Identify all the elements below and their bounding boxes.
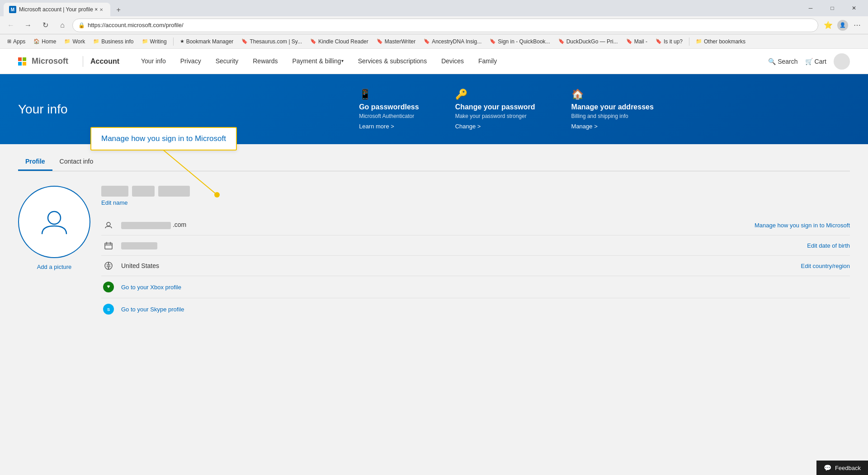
nav-privacy[interactable]: Privacy — [173, 49, 208, 74]
browser-tabs: M Microsoft account | Your profile × ✕ + — [4, 0, 125, 16]
bookmark-separator-2 — [689, 38, 689, 46]
bookmark-ancestry[interactable]: 🔖 AncestryDNA Insig... — [420, 38, 485, 46]
bookmark-manager[interactable]: ★ Bookmark Manager — [176, 38, 237, 46]
skype-icon: S — [101, 304, 116, 315]
extensions-button[interactable]: ⭐ — [821, 18, 835, 33]
passwordless-action: 📱 Go passwordless Microsoft Authenticato… — [359, 89, 419, 130]
bookmark-masterwriter-label: MasterWriter — [385, 38, 415, 45]
toolbar-icons: ⭐ 👤 ⋯ — [821, 18, 864, 33]
tab-profile[interactable]: Profile — [18, 153, 52, 171]
bookmark-home[interactable]: 🏠 Home — [30, 38, 60, 46]
bookmark-mail[interactable]: 🔖 Mail - — [623, 38, 651, 46]
skype-logo: S — [103, 304, 114, 315]
active-tab[interactable]: M Microsoft account | Your profile × ✕ — [4, 3, 110, 16]
account-label: Account — [90, 57, 119, 66]
bookmark-writing[interactable]: 📁 Writing — [138, 38, 170, 46]
manage-addresses-link[interactable]: Manage > — [571, 123, 598, 130]
nav-devices[interactable]: Devices — [434, 49, 471, 74]
close-button[interactable]: ✕ — [844, 1, 864, 15]
bookmark-home-label: Home — [42, 38, 56, 45]
bookmark-duckduckgo[interactable]: 🔖 DuckDuckGo — Pri... — [555, 38, 622, 46]
maximize-button[interactable]: □ — [822, 1, 843, 15]
folder-business-icon: 📁 — [93, 38, 99, 44]
new-tab-button[interactable]: + — [112, 4, 125, 16]
profile-button[interactable]: 👤 — [837, 20, 848, 31]
ms-logo[interactable]: Microsoft — [18, 56, 68, 66]
apps-icon: ⊞ — [7, 38, 11, 44]
edit-name-link[interactable]: Edit name — [101, 199, 850, 206]
country-icon — [101, 261, 116, 270]
ms-nav: Your info Privacy Security Rewards Payme… — [134, 49, 768, 74]
bookmark-apps-label: Apps — [13, 38, 25, 45]
bookmark-mail-icon: 🔖 — [626, 38, 632, 44]
email-icon — [101, 221, 116, 230]
nav-security[interactable]: Security — [208, 49, 246, 74]
cart-button[interactable]: 🛒 Cart — [805, 58, 826, 65]
home-bookmark-icon: 🏠 — [33, 38, 40, 44]
search-icon: 🔍 — [768, 58, 776, 65]
svg-point-3 — [105, 262, 112, 269]
bookmark-kindle[interactable]: 🔖 Kindle Cloud Reader — [307, 38, 372, 46]
email-blur — [121, 222, 171, 229]
nav-services[interactable]: Services & subscriptions — [351, 49, 434, 74]
email-row: .com Manage how you sign in to Microsoft — [101, 215, 850, 235]
add-picture-link[interactable]: Add a picture — [37, 263, 72, 270]
bookmark-masterwriter-icon: 🔖 — [377, 38, 383, 44]
bookmark-quickbooks[interactable]: 🔖 Sign in - QuickBook... — [486, 38, 553, 46]
forward-button[interactable]: → — [21, 18, 35, 33]
search-button[interactable]: 🔍 Search — [768, 58, 797, 65]
nav-your-info[interactable]: Your info — [134, 49, 173, 74]
bookmark-thesaurus-icon: 🔖 — [241, 38, 248, 44]
bookmark-isitup[interactable]: 🔖 Is it up? — [652, 38, 686, 46]
nav-payment[interactable]: Payment & billing — [285, 49, 350, 74]
change-password-link[interactable]: Change > — [455, 123, 481, 130]
microsoft-logo-text: Microsoft — [32, 56, 68, 66]
bookmark-business[interactable]: 📁 Business info — [90, 38, 137, 46]
xbox-row: Go to your Xbox profile — [101, 276, 850, 298]
main-content: Profile Contact info Add a picture Edit … — [0, 144, 868, 415]
svg-text:S: S — [107, 307, 110, 312]
change-password-action: 🔑 Change your password Make your passwor… — [455, 89, 535, 130]
home-button[interactable]: ⌂ — [55, 18, 70, 33]
bookmark-isitup-label: Is it up? — [664, 38, 683, 45]
skype-value: Go to your Skype profile — [116, 306, 850, 313]
profile-name-blurred — [101, 186, 850, 197]
bookmark-writing-label: Writing — [150, 38, 167, 45]
minimize-button[interactable]: ─ — [800, 1, 821, 15]
back-button[interactable]: ← — [4, 18, 18, 33]
bookmark-thesaurus[interactable]: 🔖 Thesaurus.com | Sy... — [238, 38, 306, 46]
passwordless-link[interactable]: Learn more > — [359, 123, 394, 130]
bookmark-apps[interactable]: ⊞ Apps — [4, 38, 29, 46]
bookmark-ddg-label: DuckDuckGo — Pri... — [566, 38, 618, 45]
nav-family[interactable]: Family — [471, 49, 504, 74]
bookmark-other[interactable]: 📁 Other bookmarks — [692, 38, 749, 46]
xbox-value: Go to your Xbox profile — [116, 283, 850, 291]
tab-close-button[interactable]: ✕ — [98, 6, 105, 13]
xbox-profile-link[interactable]: Go to your Xbox profile — [121, 284, 181, 291]
edit-dob-link[interactable]: Edit date of birth — [807, 242, 850, 249]
tab-contact-info[interactable]: Contact info — [52, 153, 101, 171]
folder-writing-icon: 📁 — [142, 38, 148, 44]
edit-country-link[interactable]: Edit country/region — [801, 263, 850, 269]
svg-point-1 — [107, 222, 110, 226]
passwordless-icon: 📱 — [359, 89, 371, 100]
star-icon: ★ — [180, 38, 184, 44]
feedback-button[interactable]: 💬 Feedback — [816, 461, 868, 475]
user-avatar[interactable] — [834, 53, 850, 70]
bookmark-work-label: Work — [72, 38, 85, 45]
address-bar[interactable]: 🔒 https://account.microsoft.com/profile/ — [72, 19, 818, 32]
url-text: https://account.microsoft.com/profile/ — [88, 22, 812, 28]
avatar-section: Add a picture — [18, 186, 90, 320]
settings-button[interactable]: ⋯ — [850, 18, 864, 33]
manage-sign-in-link[interactable]: Manage how you sign in to Microsoft — [755, 222, 850, 229]
skype-profile-link[interactable]: Go to your Skype profile — [121, 306, 184, 313]
country-row: United States Edit country/region — [101, 256, 850, 276]
bookmark-masterwriter[interactable]: 🔖 MasterWriter — [373, 38, 419, 46]
name-blur-2 — [132, 186, 155, 197]
change-password-subtitle: Make your password stronger — [455, 113, 527, 119]
search-label: Search — [778, 58, 797, 65]
reload-button[interactable]: ↻ — [38, 18, 52, 33]
bookmark-work[interactable]: 📁 Work — [61, 38, 89, 46]
header-right: 🔍 Search 🛒 Cart — [768, 53, 850, 70]
nav-rewards[interactable]: Rewards — [245, 49, 285, 74]
